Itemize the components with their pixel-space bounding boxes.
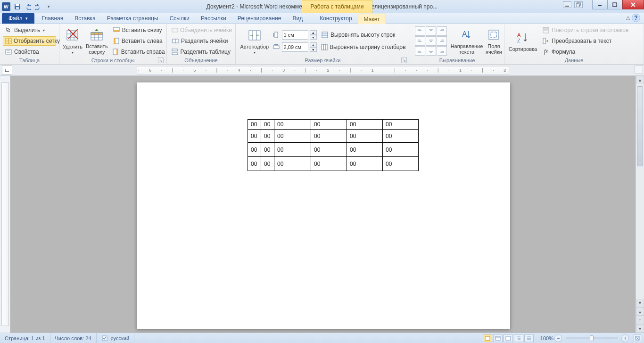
formula-button[interactable]: fxФормула: [540, 47, 633, 57]
table-cell[interactable]: 00: [261, 157, 274, 171]
status-word-count[interactable]: Число слов: 24: [50, 333, 97, 343]
zoom-slider-thumb[interactable]: [590, 335, 594, 341]
tab-page-layout[interactable]: Разметка страницы: [101, 13, 164, 24]
insert-above-button[interactable]: Вставить сверху: [84, 25, 110, 57]
zoom-fit-icon[interactable]: [634, 335, 641, 342]
qat-redo[interactable]: [33, 2, 43, 11]
table-cell[interactable]: 00: [383, 143, 419, 157]
align-top-left[interactable]: [415, 26, 425, 36]
table-cell[interactable]: 00: [274, 143, 311, 157]
table-cell[interactable]: 00: [311, 157, 347, 171]
vertical-ruler[interactable]: [0, 76, 10, 333]
minimize-ribbon-icon[interactable]: △: [626, 15, 630, 21]
align-top-center[interactable]: [426, 26, 436, 36]
vertical-scrollbar[interactable]: ▲ ▼ ▴ ○ ▾: [636, 76, 644, 333]
view-gridlines-button[interactable]: Отобразить сетку: [3, 36, 56, 46]
align-mid-left[interactable]: [415, 36, 425, 46]
tab-references[interactable]: Ссылки: [164, 13, 195, 24]
distribute-rows-button[interactable]: Выровнять высоту строк: [319, 30, 407, 40]
zoom-level[interactable]: 100%: [540, 335, 553, 341]
dialog-launcher-icon[interactable]: ↘: [401, 57, 407, 63]
align-bot-left[interactable]: [415, 46, 425, 56]
table-cell[interactable]: 00: [248, 120, 261, 130]
tab-table-layout[interactable]: Макет: [358, 14, 386, 24]
sort-button[interactable]: AZСортировка: [506, 25, 539, 57]
table-cell[interactable]: 00: [261, 143, 274, 157]
scroll-up-icon[interactable]: ▲: [636, 76, 644, 84]
table-cell[interactable]: 00: [248, 130, 261, 143]
doc-restore-icon[interactable]: [574, 1, 583, 8]
qat-customize[interactable]: ▾: [44, 2, 53, 11]
distribute-columns-button[interactable]: Выровнять ширину столбцов: [319, 42, 407, 52]
align-mid-right[interactable]: [437, 36, 447, 46]
table-cell[interactable]: 00: [274, 120, 311, 130]
select-button[interactable]: Выделить▾: [3, 25, 56, 35]
tab-selector[interactable]: [2, 65, 12, 75]
insert-left-button[interactable]: Вставить слева: [111, 36, 165, 46]
spin-down[interactable]: ▼: [310, 35, 317, 40]
view-full-screen[interactable]: [493, 335, 503, 342]
convert-to-text-button[interactable]: Преобразовать в текст: [540, 36, 633, 46]
column-width-input[interactable]: 2,09 см▲▼: [272, 42, 317, 52]
table-cell[interactable]: 00: [274, 130, 311, 143]
split-table-button[interactable]: Разделить таблицу: [170, 47, 232, 57]
qat-save[interactable]: [13, 2, 22, 11]
insert-right-button[interactable]: Вставить справа: [111, 47, 165, 57]
table-cell[interactable]: 00: [383, 130, 419, 143]
view-web-layout[interactable]: [504, 335, 513, 342]
view-print-layout[interactable]: [483, 335, 492, 342]
insert-below-button[interactable]: Вставить снизу: [111, 25, 165, 35]
tab-insert[interactable]: Вставка: [69, 13, 101, 24]
row-height-input[interactable]: 1 см▲▼: [272, 30, 317, 40]
zoom-out-button[interactable]: −: [554, 335, 562, 342]
prev-page-icon[interactable]: ▴: [636, 307, 644, 316]
table-cell[interactable]: 00: [261, 130, 274, 143]
zoom-in-button[interactable]: +: [621, 335, 629, 342]
properties-button[interactable]: Свойства: [3, 47, 56, 57]
scroll-thumb[interactable]: [637, 86, 643, 166]
align-bot-right[interactable]: [437, 46, 447, 56]
tab-file[interactable]: Файл▾: [2, 13, 34, 24]
window-close[interactable]: [622, 0, 644, 9]
page[interactable]: 0000000000000000000000000000000000000000…: [137, 82, 510, 329]
window-minimize[interactable]: [592, 0, 607, 9]
align-mid-center[interactable]: [426, 36, 436, 46]
table-cell[interactable]: 00: [311, 120, 347, 130]
spin-up[interactable]: ▲: [310, 30, 317, 35]
align-top-right[interactable]: [437, 26, 447, 36]
next-page-icon[interactable]: ▾: [636, 324, 644, 333]
tab-home[interactable]: Главная: [36, 13, 69, 24]
tab-table-design[interactable]: Конструктор: [314, 13, 357, 24]
horizontal-ruler[interactable]: · 6 · | · 5 · | · 4 · | · 3 · | · 2 · | …: [137, 66, 509, 74]
browse-object-icon[interactable]: ○: [636, 316, 644, 324]
view-outline[interactable]: [514, 335, 523, 342]
table-cell[interactable]: 00: [261, 120, 274, 130]
qat-undo[interactable]: [23, 2, 33, 11]
tab-mailings[interactable]: Рассылки: [195, 13, 232, 24]
table-cell[interactable]: 00: [274, 157, 311, 171]
table-cell[interactable]: 00: [383, 120, 419, 130]
status-page[interactable]: Страница: 1 из 1: [0, 333, 50, 343]
table-cell[interactable]: 00: [347, 120, 383, 130]
zoom-slider[interactable]: [566, 337, 618, 339]
split-cells-button[interactable]: Разделить ячейки: [170, 36, 232, 46]
tab-review[interactable]: Рецензирование: [232, 13, 287, 24]
dialog-launcher-icon[interactable]: ↘: [158, 57, 164, 63]
table-cell[interactable]: 00: [347, 157, 383, 171]
delete-button[interactable]: Удалить▾: [61, 25, 84, 57]
scroll-down-icon[interactable]: ▼: [636, 299, 644, 307]
table-cell[interactable]: 00: [311, 143, 347, 157]
spin-up[interactable]: ▲: [310, 42, 317, 47]
ruler-toggle-icon[interactable]: [635, 65, 643, 74]
table-cell[interactable]: 00: [347, 130, 383, 143]
status-language[interactable]: русский: [97, 333, 134, 343]
doc-minimize-icon[interactable]: [563, 1, 571, 8]
help-icon[interactable]: ?: [632, 14, 640, 22]
tab-view[interactable]: Вид: [287, 13, 308, 24]
align-bot-center[interactable]: [426, 46, 436, 56]
table-cell[interactable]: 00: [347, 143, 383, 157]
table-cell[interactable]: 00: [248, 143, 261, 157]
spin-down[interactable]: ▼: [310, 47, 317, 52]
text-direction-button[interactable]: AНаправление текста: [450, 25, 484, 57]
table-cell[interactable]: 00: [248, 157, 261, 171]
